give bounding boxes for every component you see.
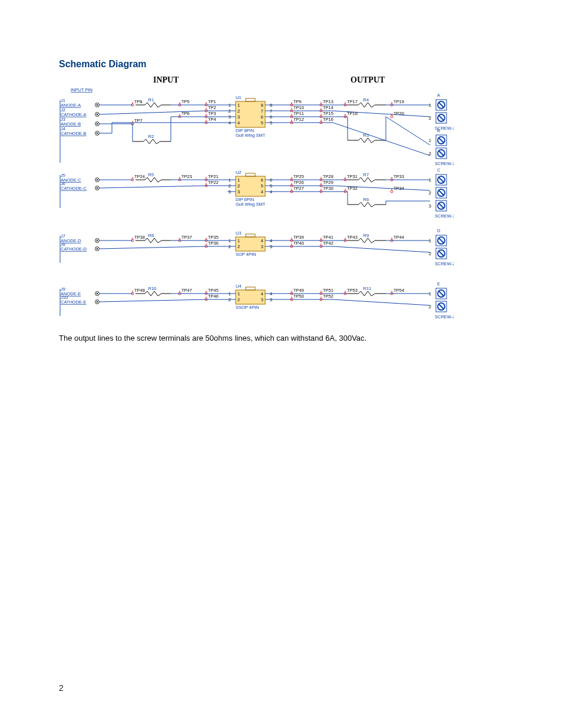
svg-text:5: 5 <box>261 120 263 126</box>
svg-text:3: 3 <box>261 297 263 302</box>
svg-text:R4: R4 <box>363 97 369 103</box>
svg-text:2: 2 <box>237 297 240 302</box>
svg-text:3: 3 <box>237 189 240 195</box>
svg-text:R6: R6 <box>363 197 369 202</box>
svg-text:TP5: TP5 <box>181 99 190 104</box>
svg-text:TP50: TP50 <box>293 294 304 299</box>
svg-text:E: E <box>437 281 440 286</box>
svg-text:TP25: TP25 <box>293 174 304 179</box>
svg-text:1: 1 <box>237 291 240 297</box>
svg-rect-4 <box>246 98 255 101</box>
svg-text:TP45: TP45 <box>208 288 219 293</box>
svg-text:TP13: TP13 <box>323 99 333 104</box>
svg-line-413 <box>333 299 430 305</box>
svg-text:2: 2 <box>237 244 240 249</box>
svg-line-325 <box>100 246 206 249</box>
svg-text:3: 3 <box>261 244 263 249</box>
svg-text:R9: R9 <box>363 233 369 238</box>
svg-text:Gull Wing SMT: Gull Wing SMT <box>236 202 266 207</box>
svg-text:TP34: TP34 <box>394 186 404 191</box>
svg-text:2: 2 <box>429 251 431 256</box>
svg-text:TP52: TP52 <box>323 294 333 299</box>
svg-text:TP33: TP33 <box>394 174 404 179</box>
section-title: Schematic Diagram <box>59 59 509 70</box>
svg-text:TP48: TP48 <box>134 288 145 293</box>
svg-line-156 <box>386 117 430 145</box>
svg-text:TP32: TP32 <box>347 186 358 191</box>
svg-text:1: 1 <box>429 138 431 143</box>
svg-text:1: 1 <box>237 238 240 243</box>
svg-text:R8: R8 <box>148 233 154 238</box>
svg-text:U3: U3 <box>236 230 242 236</box>
svg-text:TP44: TP44 <box>394 235 404 240</box>
svg-text:INPUT PIN: INPUT PIN <box>71 87 92 93</box>
svg-text:C: C <box>437 167 441 173</box>
svg-line-437 <box>439 177 444 182</box>
svg-text:TP35: TP35 <box>208 235 219 240</box>
svg-line-421 <box>439 116 444 120</box>
svg-text:8: 8 <box>261 103 263 108</box>
svg-text:2: 2 <box>429 304 431 309</box>
svg-text:SCREW-3PIN: SCREW-3PIN <box>435 213 454 219</box>
svg-point-152 <box>391 116 393 118</box>
svg-point-257 <box>391 190 393 193</box>
svg-text:CATHODE-B: CATHODE-B <box>61 131 87 136</box>
svg-rect-159 <box>246 173 255 176</box>
svg-text:R11: R11 <box>363 286 372 291</box>
svg-text:TP47: TP47 <box>181 288 192 293</box>
svg-line-236 <box>100 186 206 188</box>
svg-text:TP36: TP36 <box>208 241 219 246</box>
svg-text:TP51: TP51 <box>323 288 333 293</box>
svg-text:TP46: TP46 <box>208 294 219 299</box>
svg-line-455 <box>439 251 444 256</box>
svg-text:TP39: TP39 <box>293 235 304 240</box>
svg-text:SSOP 4PIN: SSOP 4PIN <box>236 305 259 310</box>
svg-text:TP6: TP6 <box>181 111 190 116</box>
svg-text:6: 6 <box>261 114 263 120</box>
svg-text:1: 1 <box>429 177 431 183</box>
svg-text:4: 4 <box>261 189 263 195</box>
svg-text:Gull Wing SMT: Gull Wing SMT <box>236 133 266 138</box>
svg-text:TP18: TP18 <box>347 111 358 116</box>
svg-text:TP15: TP15 <box>323 111 333 116</box>
svg-text:3: 3 <box>429 203 431 209</box>
svg-text:TP54: TP54 <box>394 288 404 293</box>
svg-text:7: 7 <box>261 108 263 114</box>
svg-text:1: 1 <box>429 103 431 108</box>
svg-text:TP43: TP43 <box>347 235 358 240</box>
svg-text:CATHODE-D: CATHODE-D <box>61 246 87 252</box>
svg-text:TP16: TP16 <box>323 117 333 122</box>
svg-text:3: 3 <box>237 114 240 120</box>
svg-text:4: 4 <box>261 238 263 243</box>
svg-text:TP40: TP40 <box>293 241 304 246</box>
svg-text:R2: R2 <box>148 134 154 139</box>
svg-text:TP12: TP12 <box>293 117 304 122</box>
svg-text:A: A <box>437 93 440 98</box>
svg-text:INPUT: INPUT <box>153 75 179 84</box>
svg-text:2: 2 <box>429 190 431 196</box>
svg-text:TP30: TP30 <box>323 186 333 191</box>
svg-text:TP4: TP4 <box>208 117 216 122</box>
svg-line-465 <box>439 304 444 309</box>
svg-text:4: 4 <box>261 291 263 297</box>
svg-line-441 <box>439 190 444 195</box>
svg-text:CATHODE-C: CATHODE-C <box>61 186 87 191</box>
svg-text:TP9: TP9 <box>293 99 302 104</box>
svg-text:TP27: TP27 <box>293 186 304 191</box>
svg-text:2: 2 <box>237 108 240 114</box>
svg-text:B: B <box>437 128 440 133</box>
svg-text:TP2: TP2 <box>208 105 216 110</box>
svg-line-401 <box>100 299 206 302</box>
svg-text:SCREW-2PIN: SCREW-2PIN <box>435 161 454 166</box>
svg-text:TP53: TP53 <box>347 288 358 293</box>
svg-text:2: 2 <box>429 151 431 156</box>
svg-line-461 <box>439 291 444 296</box>
svg-text:U2: U2 <box>236 170 242 175</box>
svg-text:TP37: TP37 <box>181 235 192 240</box>
svg-text:TP42: TP42 <box>323 241 333 246</box>
svg-text:TP31: TP31 <box>347 174 358 179</box>
svg-text:TP17: TP17 <box>347 99 358 104</box>
svg-text:4: 4 <box>237 120 240 126</box>
svg-text:TP1: TP1 <box>208 99 216 104</box>
svg-line-115 <box>100 111 206 114</box>
